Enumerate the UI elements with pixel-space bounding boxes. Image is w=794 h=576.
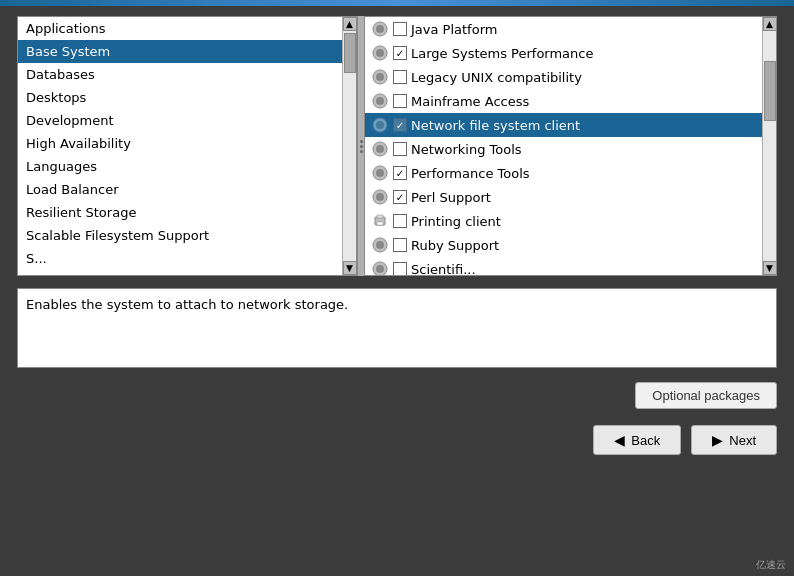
pkg-large-systems[interactable]: Large Systems Performance bbox=[365, 41, 762, 65]
pkg-icon-nfs bbox=[371, 116, 389, 134]
optional-row: Optional packages bbox=[17, 382, 777, 409]
pkg-label-perf: Performance Tools bbox=[411, 166, 530, 181]
next-button[interactable]: ▶ Next bbox=[691, 425, 777, 455]
category-resilient-storage[interactable]: Resilient Storage bbox=[18, 201, 342, 224]
category-high-availability[interactable]: High Availability bbox=[18, 132, 342, 155]
right-scroll-up[interactable]: ▲ bbox=[763, 17, 777, 31]
divider-dots bbox=[360, 140, 363, 153]
category-applications[interactable]: Applications bbox=[18, 17, 342, 40]
pkg-nfs-client[interactable]: Network file system client bbox=[365, 113, 762, 137]
pkg-icon-sci bbox=[371, 260, 389, 275]
back-arrow-icon: ◀ bbox=[614, 432, 625, 448]
divider-dot-3 bbox=[360, 150, 363, 153]
pkg-check-print[interactable] bbox=[393, 214, 407, 228]
divider-dot-1 bbox=[360, 140, 363, 143]
category-base-system[interactable]: Base System bbox=[18, 40, 342, 63]
left-scroll-down[interactable]: ▼ bbox=[343, 261, 357, 275]
svg-point-11 bbox=[376, 145, 384, 153]
main-container: Applications Base System Databases Deskt… bbox=[17, 16, 777, 576]
pkg-icon-perf bbox=[371, 164, 389, 182]
back-button[interactable]: ◀ Back bbox=[593, 425, 681, 455]
category-more[interactable]: S... bbox=[18, 247, 342, 270]
watermark: 亿速云 bbox=[756, 558, 786, 572]
pkg-icon-print bbox=[371, 212, 389, 230]
pkg-ruby-support[interactable]: Ruby Support bbox=[365, 233, 762, 257]
back-label: Back bbox=[631, 433, 660, 448]
pkg-check-large[interactable] bbox=[393, 46, 407, 60]
pkg-check-sci[interactable] bbox=[393, 262, 407, 275]
svg-rect-18 bbox=[377, 222, 383, 225]
category-languages[interactable]: Languages bbox=[18, 155, 342, 178]
description-text: Enables the system to attach to network … bbox=[26, 297, 348, 312]
category-scalable-filesystem[interactable]: Scalable Filesystem Support bbox=[18, 224, 342, 247]
pkg-label-perl: Perl Support bbox=[411, 190, 491, 205]
left-scroll-thumb[interactable] bbox=[344, 33, 356, 73]
category-list: Applications Base System Databases Deskt… bbox=[18, 17, 342, 275]
pkg-icon-networking bbox=[371, 140, 389, 158]
svg-point-7 bbox=[376, 97, 384, 105]
right-scroll-thumb[interactable] bbox=[764, 61, 776, 121]
pkg-label-java: Java Platform bbox=[411, 22, 497, 37]
svg-point-20 bbox=[376, 241, 384, 249]
next-arrow-icon: ▶ bbox=[712, 432, 723, 448]
pkg-label-ruby: Ruby Support bbox=[411, 238, 499, 253]
category-databases[interactable]: Databases bbox=[18, 63, 342, 86]
svg-point-1 bbox=[376, 25, 384, 33]
pkg-label-mainframe: Mainframe Access bbox=[411, 94, 529, 109]
pkg-check-ruby[interactable] bbox=[393, 238, 407, 252]
pkg-label-networking: Networking Tools bbox=[411, 142, 522, 157]
pkg-check-legacy[interactable] bbox=[393, 70, 407, 84]
right-panel: Java Platform Large Systems Performance bbox=[365, 16, 777, 276]
left-panel: Applications Base System Databases Deskt… bbox=[17, 16, 357, 276]
pkg-label-legacy: Legacy UNIX compatibility bbox=[411, 70, 582, 85]
pkg-networking-tools[interactable]: Networking Tools bbox=[365, 137, 762, 161]
pkg-label-nfs: Network file system client bbox=[411, 118, 580, 133]
right-scroll-down[interactable]: ▼ bbox=[763, 261, 777, 275]
svg-point-3 bbox=[376, 49, 384, 57]
pkg-check-java[interactable] bbox=[393, 22, 407, 36]
pkg-check-nfs[interactable] bbox=[393, 118, 407, 132]
category-load-balancer[interactable]: Load Balancer bbox=[18, 178, 342, 201]
pkg-label-large: Large Systems Performance bbox=[411, 46, 593, 61]
pkg-printing-client[interactable]: Printing client bbox=[365, 209, 762, 233]
pkg-check-perl[interactable] bbox=[393, 190, 407, 204]
next-label: Next bbox=[729, 433, 756, 448]
pkg-mainframe[interactable]: Mainframe Access bbox=[365, 89, 762, 113]
pkg-label-sci: Scientifi... bbox=[411, 262, 476, 276]
category-desktops[interactable]: Desktops bbox=[18, 86, 342, 109]
pkg-scientific[interactable]: Scientifi... bbox=[365, 257, 762, 275]
pkg-check-networking[interactable] bbox=[393, 142, 407, 156]
pkg-icon-large bbox=[371, 44, 389, 62]
pkg-performance-tools[interactable]: Performance Tools bbox=[365, 161, 762, 185]
pkg-check-perf[interactable] bbox=[393, 166, 407, 180]
right-scroll-track bbox=[763, 31, 776, 261]
svg-point-13 bbox=[376, 169, 384, 177]
optional-packages-button[interactable]: Optional packages bbox=[635, 382, 777, 409]
nav-row: ◀ Back ▶ Next bbox=[17, 425, 777, 455]
panel-divider[interactable] bbox=[357, 16, 365, 276]
pkg-perl-support[interactable]: Perl Support bbox=[365, 185, 762, 209]
pkg-legacy-unix[interactable]: Legacy UNIX compatibility bbox=[365, 65, 762, 89]
pkg-icon-ruby bbox=[371, 236, 389, 254]
pkg-java-platform[interactable]: Java Platform bbox=[365, 17, 762, 41]
pkg-icon-perl bbox=[371, 188, 389, 206]
svg-point-9 bbox=[376, 121, 384, 129]
pkg-label-print: Printing client bbox=[411, 214, 501, 229]
package-list: Java Platform Large Systems Performance bbox=[365, 17, 762, 275]
top-banner bbox=[0, 0, 794, 6]
left-scroll-up[interactable]: ▲ bbox=[343, 17, 357, 31]
description-area: Enables the system to attach to network … bbox=[17, 288, 777, 368]
lists-row: Applications Base System Databases Deskt… bbox=[17, 16, 777, 276]
svg-point-15 bbox=[376, 193, 384, 201]
svg-point-22 bbox=[376, 265, 384, 273]
pkg-check-mainframe[interactable] bbox=[393, 94, 407, 108]
svg-rect-17 bbox=[377, 215, 383, 218]
svg-point-5 bbox=[376, 73, 384, 81]
right-scrollbar[interactable]: ▲ ▼ bbox=[762, 17, 776, 275]
divider-dot-2 bbox=[360, 145, 363, 148]
pkg-icon-legacy bbox=[371, 68, 389, 86]
pkg-icon-mainframe bbox=[371, 92, 389, 110]
left-scrollbar[interactable]: ▲ ▼ bbox=[342, 17, 356, 275]
pkg-icon-java bbox=[371, 20, 389, 38]
category-development[interactable]: Development bbox=[18, 109, 342, 132]
